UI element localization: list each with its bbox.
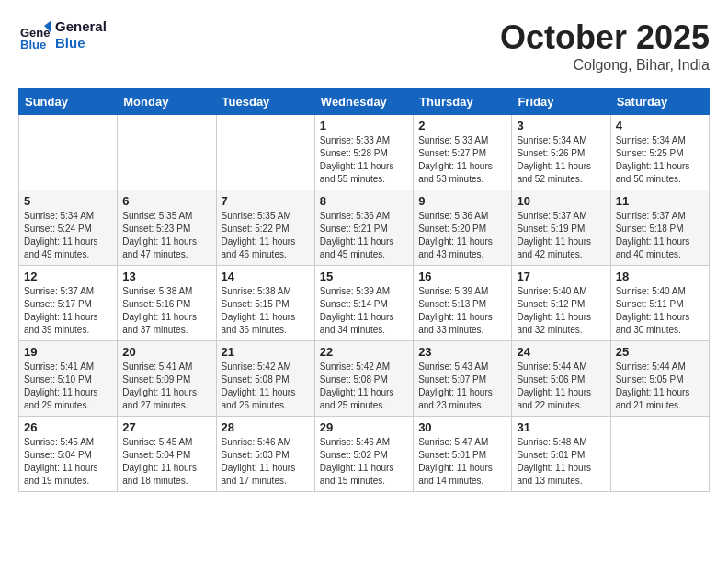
day-number: 2 bbox=[418, 119, 506, 132]
title-block: October 2025 Colgong, Bihar, India bbox=[500, 18, 710, 74]
day-number: 25 bbox=[616, 345, 704, 359]
calendar-cell: 7Sunrise: 5:35 AM Sunset: 5:22 PM Daylig… bbox=[216, 190, 314, 266]
day-number: 12 bbox=[24, 270, 112, 283]
logo: General Blue General Blue bbox=[18, 18, 107, 52]
day-info: Sunrise: 5:34 AM Sunset: 5:24 PM Dayligh… bbox=[24, 210, 112, 261]
calendar-cell: 10Sunrise: 5:37 AM Sunset: 5:19 PM Dayli… bbox=[512, 190, 610, 266]
calendar-cell: 16Sunrise: 5:39 AM Sunset: 5:13 PM Dayli… bbox=[414, 266, 512, 341]
day-number: 23 bbox=[418, 345, 506, 359]
calendar-cell bbox=[610, 417, 709, 492]
day-info: Sunrise: 5:39 AM Sunset: 5:13 PM Dayligh… bbox=[418, 285, 506, 337]
calendar-cell: 14Sunrise: 5:38 AM Sunset: 5:15 PM Dayli… bbox=[216, 266, 314, 341]
weekday-header-thursday: Thursday bbox=[414, 89, 512, 115]
day-info: Sunrise: 5:42 AM Sunset: 5:08 PM Dayligh… bbox=[222, 361, 310, 412]
weekday-header-tuesday: Tuesday bbox=[216, 89, 314, 115]
calendar-cell: 11Sunrise: 5:37 AM Sunset: 5:18 PM Dayli… bbox=[610, 190, 709, 266]
calendar-cell: 23Sunrise: 5:43 AM Sunset: 5:07 PM Dayli… bbox=[414, 341, 512, 417]
day-number: 24 bbox=[517, 345, 605, 359]
day-number: 17 bbox=[517, 270, 605, 283]
calendar-cell: 28Sunrise: 5:46 AM Sunset: 5:03 PM Dayli… bbox=[216, 417, 314, 492]
day-number: 5 bbox=[24, 194, 112, 208]
day-info: Sunrise: 5:47 AM Sunset: 5:01 PM Dayligh… bbox=[418, 436, 506, 488]
day-info: Sunrise: 5:45 AM Sunset: 5:04 PM Dayligh… bbox=[24, 436, 112, 488]
week-row: 1Sunrise: 5:33 AM Sunset: 5:28 PM Daylig… bbox=[19, 115, 710, 190]
calendar-cell: 6Sunrise: 5:35 AM Sunset: 5:23 PM Daylig… bbox=[118, 190, 216, 266]
calendar-cell bbox=[216, 115, 314, 190]
day-info: Sunrise: 5:36 AM Sunset: 5:21 PM Dayligh… bbox=[320, 210, 408, 261]
day-number: 16 bbox=[418, 270, 506, 283]
day-info: Sunrise: 5:33 AM Sunset: 5:27 PM Dayligh… bbox=[418, 134, 506, 186]
weekday-header-wednesday: Wednesday bbox=[314, 89, 413, 115]
weekday-header-monday: Monday bbox=[118, 89, 216, 115]
day-info: Sunrise: 5:41 AM Sunset: 5:09 PM Dayligh… bbox=[122, 361, 210, 412]
calendar-cell: 21Sunrise: 5:42 AM Sunset: 5:08 PM Dayli… bbox=[216, 341, 314, 417]
calendar-cell bbox=[19, 115, 118, 190]
calendar-cell: 19Sunrise: 5:41 AM Sunset: 5:10 PM Dayli… bbox=[19, 341, 118, 417]
day-number: 26 bbox=[24, 420, 112, 434]
calendar-cell: 26Sunrise: 5:45 AM Sunset: 5:04 PM Dayli… bbox=[19, 417, 118, 492]
day-info: Sunrise: 5:34 AM Sunset: 5:25 PM Dayligh… bbox=[616, 134, 704, 186]
day-info: Sunrise: 5:44 AM Sunset: 5:06 PM Dayligh… bbox=[517, 361, 605, 412]
calendar-cell: 20Sunrise: 5:41 AM Sunset: 5:09 PM Dayli… bbox=[118, 341, 216, 417]
day-info: Sunrise: 5:46 AM Sunset: 5:03 PM Dayligh… bbox=[222, 436, 310, 488]
week-row: 19Sunrise: 5:41 AM Sunset: 5:10 PM Dayli… bbox=[19, 341, 710, 417]
day-info: Sunrise: 5:48 AM Sunset: 5:01 PM Dayligh… bbox=[517, 436, 605, 488]
day-number: 7 bbox=[222, 194, 310, 208]
day-number: 1 bbox=[320, 119, 408, 132]
day-number: 30 bbox=[418, 420, 506, 434]
day-number: 22 bbox=[320, 345, 408, 359]
day-info: Sunrise: 5:40 AM Sunset: 5:11 PM Dayligh… bbox=[616, 285, 704, 337]
day-info: Sunrise: 5:43 AM Sunset: 5:07 PM Dayligh… bbox=[418, 361, 506, 412]
calendar-cell: 22Sunrise: 5:42 AM Sunset: 5:08 PM Dayli… bbox=[314, 341, 413, 417]
calendar-cell: 12Sunrise: 5:37 AM Sunset: 5:17 PM Dayli… bbox=[19, 266, 118, 341]
day-number: 15 bbox=[320, 270, 408, 283]
calendar-cell: 18Sunrise: 5:40 AM Sunset: 5:11 PM Dayli… bbox=[610, 266, 709, 341]
calendar-cell: 17Sunrise: 5:40 AM Sunset: 5:12 PM Dayli… bbox=[512, 266, 610, 341]
day-number: 3 bbox=[517, 119, 605, 132]
calendar-cell: 2Sunrise: 5:33 AM Sunset: 5:27 PM Daylig… bbox=[414, 115, 512, 190]
calendar-cell: 8Sunrise: 5:36 AM Sunset: 5:21 PM Daylig… bbox=[314, 190, 413, 266]
calendar-cell: 24Sunrise: 5:44 AM Sunset: 5:06 PM Dayli… bbox=[512, 341, 610, 417]
day-number: 21 bbox=[222, 345, 310, 359]
week-row: 5Sunrise: 5:34 AM Sunset: 5:24 PM Daylig… bbox=[19, 190, 710, 266]
day-info: Sunrise: 5:39 AM Sunset: 5:14 PM Dayligh… bbox=[320, 285, 408, 337]
day-number: 14 bbox=[222, 270, 310, 283]
calendar-cell: 4Sunrise: 5:34 AM Sunset: 5:25 PM Daylig… bbox=[610, 115, 709, 190]
logo-line1: General bbox=[55, 18, 107, 35]
calendar-cell bbox=[118, 115, 216, 190]
calendar-cell: 31Sunrise: 5:48 AM Sunset: 5:01 PM Dayli… bbox=[512, 417, 610, 492]
calendar-body: 1Sunrise: 5:33 AM Sunset: 5:28 PM Daylig… bbox=[19, 115, 710, 492]
day-number: 9 bbox=[418, 194, 506, 208]
calendar-cell: 25Sunrise: 5:44 AM Sunset: 5:05 PM Dayli… bbox=[610, 341, 709, 417]
day-number: 20 bbox=[122, 345, 210, 359]
calendar-cell: 29Sunrise: 5:46 AM Sunset: 5:02 PM Dayli… bbox=[314, 417, 413, 492]
calendar-cell: 15Sunrise: 5:39 AM Sunset: 5:14 PM Dayli… bbox=[314, 266, 413, 341]
weekday-header-friday: Friday bbox=[512, 89, 610, 115]
logo-line2: Blue bbox=[55, 35, 107, 52]
day-info: Sunrise: 5:40 AM Sunset: 5:12 PM Dayligh… bbox=[517, 285, 605, 337]
day-info: Sunrise: 5:37 AM Sunset: 5:19 PM Dayligh… bbox=[517, 210, 605, 261]
day-info: Sunrise: 5:44 AM Sunset: 5:05 PM Dayligh… bbox=[616, 361, 704, 412]
day-info: Sunrise: 5:37 AM Sunset: 5:18 PM Dayligh… bbox=[616, 210, 704, 261]
day-info: Sunrise: 5:37 AM Sunset: 5:17 PM Dayligh… bbox=[24, 285, 112, 337]
calendar-cell: 27Sunrise: 5:45 AM Sunset: 5:04 PM Dayli… bbox=[118, 417, 216, 492]
day-info: Sunrise: 5:42 AM Sunset: 5:08 PM Dayligh… bbox=[320, 361, 408, 412]
page-header: General Blue General Blue October 2025 C… bbox=[18, 18, 710, 74]
day-number: 19 bbox=[24, 345, 112, 359]
calendar-cell: 5Sunrise: 5:34 AM Sunset: 5:24 PM Daylig… bbox=[19, 190, 118, 266]
calendar-cell: 13Sunrise: 5:38 AM Sunset: 5:16 PM Dayli… bbox=[118, 266, 216, 341]
calendar-cell: 1Sunrise: 5:33 AM Sunset: 5:28 PM Daylig… bbox=[314, 115, 413, 190]
logo-icon: General Blue bbox=[18, 18, 51, 52]
day-info: Sunrise: 5:33 AM Sunset: 5:28 PM Dayligh… bbox=[320, 134, 408, 186]
location: Colgong, Bihar, India bbox=[500, 57, 710, 74]
svg-text:Blue: Blue bbox=[20, 38, 46, 52]
weekday-row: SundayMondayTuesdayWednesdayThursdayFrid… bbox=[19, 89, 710, 115]
day-info: Sunrise: 5:34 AM Sunset: 5:26 PM Dayligh… bbox=[517, 134, 605, 186]
calendar-header: SundayMondayTuesdayWednesdayThursdayFrid… bbox=[19, 89, 710, 115]
month-title: October 2025 bbox=[500, 18, 710, 57]
day-number: 10 bbox=[517, 194, 605, 208]
day-number: 11 bbox=[616, 194, 704, 208]
day-number: 28 bbox=[222, 420, 310, 434]
week-row: 26Sunrise: 5:45 AM Sunset: 5:04 PM Dayli… bbox=[19, 417, 710, 492]
weekday-header-sunday: Sunday bbox=[19, 89, 118, 115]
